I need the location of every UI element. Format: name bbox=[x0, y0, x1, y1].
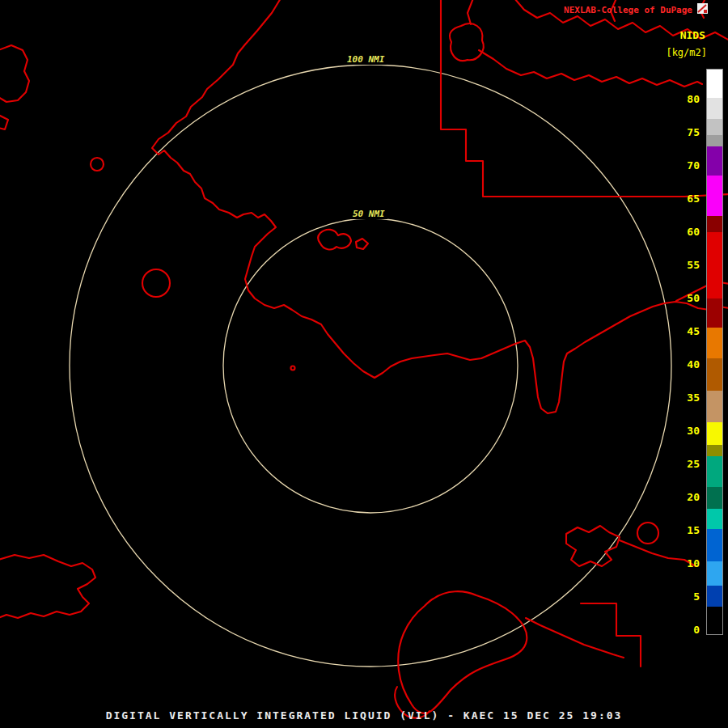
colorbar-tick-label: 50 bbox=[671, 281, 702, 315]
colorbar-tick-label: 0 bbox=[671, 613, 702, 646]
colorbar-segment bbox=[707, 232, 722, 298]
colorbar-ticks: 80757065605550454035302520151050 bbox=[671, 83, 702, 646]
colorbar-tick-label: 65 bbox=[671, 182, 702, 215]
footer-caption: DIGITAL VERTICALLY INTEGRATED LIQUID (VI… bbox=[0, 709, 728, 722]
colorbar-segment bbox=[707, 146, 722, 176]
lakes-center bbox=[318, 230, 351, 250]
colorbar-segment bbox=[707, 456, 722, 487]
colorbar-segment bbox=[707, 391, 722, 422]
colorbar-segment bbox=[707, 586, 722, 607]
colorbar-segment bbox=[707, 135, 722, 146]
colorbar-segment bbox=[707, 561, 722, 586]
river-connector-1 bbox=[468, 0, 473, 24]
radar-display: 100 NMI 50 NMI NEXLAB-College of DuPage … bbox=[0, 0, 728, 728]
coastline-bottom-east bbox=[526, 618, 624, 658]
island-circle-right bbox=[637, 523, 658, 544]
lake-top-right bbox=[450, 23, 484, 61]
product-code-label: NIDS bbox=[680, 29, 705, 41]
colorbar-tick-label: 45 bbox=[671, 315, 702, 348]
branding-text: NEXLAB-College of DuPage bbox=[564, 5, 692, 15]
map-outlines bbox=[0, 0, 728, 718]
colorbar-segment bbox=[707, 328, 722, 358]
island-left-small bbox=[0, 115, 8, 129]
range-ring-100nmi bbox=[70, 65, 671, 667]
colorbar-tick-label: 10 bbox=[671, 547, 702, 580]
colorbar-segment bbox=[707, 487, 722, 509]
colorbar-tick-label: 70 bbox=[671, 149, 702, 182]
colorbar-tick-label: 25 bbox=[671, 447, 702, 480]
island-left-top bbox=[0, 45, 29, 102]
colorbar-segment bbox=[707, 358, 722, 391]
colorbar-segment bbox=[707, 529, 722, 561]
range-ring-label-100nmi: 100 NMI bbox=[345, 54, 387, 65]
range-ring-label-50nmi: 50 NMI bbox=[350, 209, 387, 219]
colorbar-segment bbox=[707, 422, 722, 445]
island-circle-mid bbox=[142, 269, 170, 297]
island-circle-small bbox=[91, 158, 104, 171]
colorbar-tick-label: 75 bbox=[671, 116, 702, 149]
coastline-bottom-left bbox=[0, 555, 95, 618]
colorbar-segment bbox=[707, 70, 722, 98]
colorbar bbox=[706, 69, 723, 635]
colorbar-segment bbox=[707, 176, 722, 216]
colorbar-tick-label: 35 bbox=[671, 381, 702, 414]
colorbar-tick-label: 55 bbox=[671, 248, 702, 281]
lake-center-small bbox=[356, 239, 368, 249]
colorbar-tick-label: 5 bbox=[671, 580, 702, 613]
colorbar-tick-label: 60 bbox=[671, 215, 702, 248]
cod-logo-icon bbox=[696, 2, 709, 15]
state-boundary-steps-top bbox=[441, 0, 684, 197]
colorbar-segment bbox=[707, 298, 722, 328]
colorbar-tick-label: 80 bbox=[671, 83, 702, 116]
colorbar-segment bbox=[707, 607, 722, 635]
colorbar-tick-label: 15 bbox=[671, 514, 702, 547]
colorbar-segment bbox=[707, 98, 722, 119]
colorbar-segment bbox=[707, 509, 722, 529]
colorbar-tick-label: 40 bbox=[671, 348, 702, 381]
colorbar-tick-label: 20 bbox=[671, 480, 702, 514]
radar-map bbox=[0, 0, 728, 728]
colorbar-segment bbox=[707, 445, 722, 456]
range-ring-50nmi bbox=[223, 218, 518, 513]
range-rings bbox=[70, 65, 671, 667]
colorbar-segment bbox=[707, 119, 722, 135]
state-boundary-steps-bottom bbox=[581, 603, 641, 667]
islet-dot bbox=[291, 366, 295, 370]
units-label: [kg/m2] bbox=[666, 47, 707, 58]
colorbar-segment bbox=[707, 216, 722, 232]
colorbar-tick-label: 30 bbox=[671, 414, 702, 447]
